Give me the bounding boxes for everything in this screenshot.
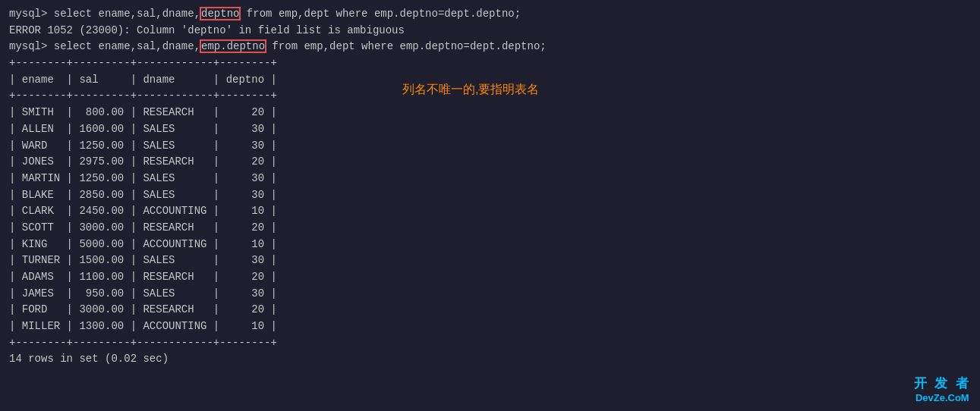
result-footer: 14 rows in set (0.02 sec) [9, 351, 971, 368]
terminal-window: mysql> select ename,sal,dname,deptno fro… [0, 0, 980, 411]
deptno-highlight-1: deptno [200, 8, 240, 20]
table-row: | JONES | 2975.00 | RESEARCH | 20 | [9, 154, 971, 171]
table-row: | FORD | 3000.00 | RESEARCH | 20 | [9, 302, 971, 318]
watermark-line1: 开 发 者 [914, 375, 971, 392]
table-row: | WARD | 1250.00 | SALES | 30 | [9, 138, 971, 155]
table-row: | BLAKE | 2850.00 | SALES | 30 | [9, 187, 971, 204]
table-row: | TURNER | 1500.00 | SALES | 30 | [9, 253, 971, 269]
table-row: | JAMES | 950.00 | SALES | 30 | [9, 286, 971, 303]
cmd1-rest: from emp,dept where emp.deptno=dept.dept… [240, 8, 521, 20]
deptno-highlight-2: emp.deptno [200, 40, 266, 52]
table-body: | SMITH | 800.00 | RESEARCH | 20 || ALLE… [9, 105, 971, 335]
table-row: | MARTIN | 1250.00 | SALES | 30 | [9, 171, 971, 187]
table-row: | SMITH | 800.00 | RESEARCH | 20 | [9, 105, 971, 121]
prompt-1: mysql> select ename,sal,dname, [9, 8, 200, 20]
table-row: | SCOTT | 3000.00 | RESEARCH | 20 | [9, 220, 971, 237]
error-line: ERROR 1052 (23000): Column 'deptno' in f… [9, 23, 971, 39]
table-row: | MILLER | 1300.00 | ACCOUNTING | 10 | [9, 318, 971, 335]
table-row: | ADAMS | 1100.00 | RESEARCH | 20 | [9, 269, 971, 286]
table-bottom-sep: +--------+---------+------------+-------… [9, 335, 971, 352]
annotation-text: 列名不唯一的,要指明表名 [402, 82, 539, 98]
table-top-sep: +--------+---------+------------+-------… [9, 55, 971, 72]
table-row: | KING | 5000.00 | ACCOUNTING | 10 | [9, 237, 971, 253]
command-line-1: mysql> select ename,sal,dname,deptno fro… [9, 6, 971, 23]
table-row: | CLARK | 2450.00 | ACCOUNTING | 10 | [9, 203, 971, 220]
prompt-2: mysql> select ename,sal,dname, [9, 40, 200, 52]
command-line-2: mysql> select ename,sal,dname,emp.deptno… [9, 39, 971, 55]
watermark-line2: DevZe.CoM [914, 392, 971, 403]
cmd2-rest: from emp,dept where emp.deptno=dept.dept… [266, 40, 547, 52]
watermark: 开 发 者 DevZe.CoM [914, 375, 971, 403]
table-row: | ALLEN | 1600.00 | SALES | 30 | [9, 121, 971, 138]
